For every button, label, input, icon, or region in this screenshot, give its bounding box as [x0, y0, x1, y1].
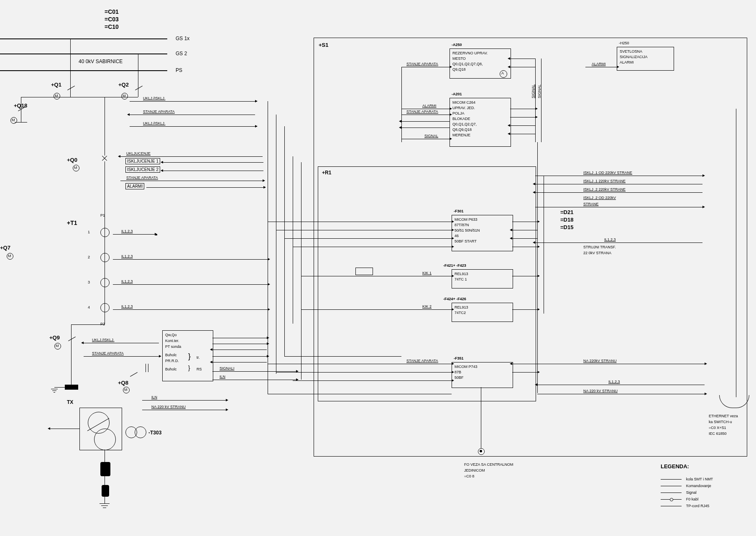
- a201-arr-o2: [510, 117, 535, 117]
- ct3-icon: [100, 278, 110, 287]
- f424-l1: 74TC2: [455, 311, 466, 315]
- a250-l3: Q9,Q18: [452, 67, 466, 71]
- a201-arr3: [401, 121, 450, 122]
- q9-switch-icon: [68, 337, 76, 341]
- route-v2: [276, 115, 276, 374]
- a201-arr5: [401, 139, 450, 139]
- arrow-stanje1: [130, 115, 255, 115]
- legend-item-2: Signal: [686, 490, 697, 495]
- f351-o1: [512, 364, 537, 364]
- q9-hjoin: [71, 324, 105, 325]
- route-hmid: [284, 356, 401, 357]
- ct4-arr: [113, 309, 268, 310]
- label-q1: +Q1: [51, 82, 61, 88]
- sig-stanje2: STANJE APARATA: [126, 176, 158, 180]
- label-q0: +Q0: [67, 157, 77, 163]
- f301-il: IL1,2,3: [604, 237, 616, 242]
- arr-f351-3: [537, 394, 705, 394]
- arr-strujni: [535, 242, 702, 243]
- a201-l5: Q8,Q9,Q18: [452, 128, 472, 132]
- fo-l1: FO VEZA SA CENTRALNOM: [464, 462, 513, 467]
- a201-arr-o1: [510, 109, 535, 109]
- ct1-icon: [100, 228, 110, 237]
- ct3-arr: [113, 284, 268, 285]
- sig-signali: SIGNALI: [220, 366, 235, 370]
- q18-hline: [21, 97, 70, 97]
- f301-tag: -F301: [454, 209, 464, 213]
- f351-in1: [401, 364, 452, 364]
- label-q2: +Q2: [118, 82, 129, 88]
- coil-mid: [105, 475, 105, 485]
- a201-arr1: [401, 109, 450, 109]
- coil-top: [105, 449, 105, 462]
- diagram-canvas: =C01 =C03 =C10 GS 1x GS 2 PS 40 0kV SABI…: [0, 0, 756, 536]
- f424-l0: REL913: [455, 305, 468, 309]
- f301-o4: [512, 247, 537, 247]
- arr-isk-d: [535, 207, 702, 207]
- bus-gs2: [0, 54, 167, 54]
- arr-alarmi: [146, 187, 263, 188]
- f424-tag: -F424+ -F426: [443, 297, 466, 301]
- gnd2: [52, 391, 56, 391]
- q9-m: M: [56, 344, 59, 348]
- label-tx: TX: [67, 399, 73, 405]
- legend-line-icon: [661, 479, 682, 480]
- rh2: [276, 230, 410, 230]
- route-v1: [268, 101, 268, 394]
- sensor-rs: RS: [197, 367, 202, 371]
- ct2-icon: [100, 253, 110, 262]
- fo-vline: [481, 387, 481, 450]
- f424-out: [512, 309, 537, 310]
- eth-l4: IEC 61850: [709, 431, 727, 436]
- arr-isk2: [163, 171, 263, 171]
- legend-item-4: TP-cord RJ45: [686, 504, 710, 508]
- a250-a: A: [501, 71, 504, 75]
- f351-na2: NA 220 kV STRANU: [583, 389, 618, 393]
- legend-line-icon: [661, 493, 682, 493]
- label-t1: +T1: [67, 220, 77, 226]
- f421-out: [512, 276, 537, 276]
- fo-node-dot-icon: [480, 450, 482, 452]
- isklj1: ISKLJ .1 220kV STRANE: [583, 179, 626, 183]
- bgnd1: [100, 503, 110, 504]
- arrow-uklj1: [130, 101, 255, 102]
- coil2-icon: [102, 485, 109, 497]
- strujni-2: 22 0kV STRANA: [583, 251, 611, 255]
- sig-uklj1: UKLJ./ISKLJ.: [143, 96, 166, 100]
- f301-in4: [410, 247, 452, 247]
- sens-a1: [212, 338, 267, 338]
- arr-f351-1: [537, 364, 705, 364]
- vsig-line1: [535, 59, 536, 142]
- a201-l4: Q0,Q1,Q2,Q7,: [452, 122, 477, 126]
- legend-row-1: Komandovanje: [661, 483, 711, 488]
- vsig-line2: [541, 59, 541, 142]
- dcode-2: =D15: [560, 224, 573, 230]
- f301-l1: 87T/87N: [455, 223, 469, 227]
- f301-in1: [410, 222, 452, 222]
- h250-l0: SVETLOSNA: [620, 49, 642, 54]
- q18-ground1: [15, 122, 27, 123]
- f301-l2: 50/51 50N/51N: [455, 228, 480, 232]
- q8-switch-icon: [130, 372, 138, 377]
- coil1-icon: [100, 462, 110, 476]
- f351-stanje: STANJE APARATA: [406, 359, 438, 363]
- arrow-uklj2: [130, 126, 255, 127]
- route-hbot: [268, 394, 452, 394]
- legend-item-0: kola SMT i NMT: [686, 477, 713, 481]
- sig-iln1: ILN: [220, 375, 225, 379]
- ct2-arr: [113, 259, 268, 260]
- route-v5: [301, 162, 301, 380]
- f351-o2: [512, 372, 537, 373]
- sig-ukljucenje: UKLJUCENJE: [126, 151, 151, 156]
- f351-tag: -F351: [454, 356, 464, 360]
- f424-in: [414, 309, 452, 310]
- f351-in2: [401, 372, 452, 373]
- label-ps: PS: [176, 67, 182, 73]
- sensor-l4: PR.R.D.: [165, 359, 179, 363]
- rh8: [276, 372, 401, 373]
- arr-q9-uklj: [84, 343, 159, 343]
- a201-l1: UPRAV. JED.: [452, 106, 475, 110]
- legend-row-4: TP-cord RJ45: [661, 503, 709, 508]
- sensor-l3: Buholc: [165, 353, 177, 357]
- rh1: [268, 222, 410, 222]
